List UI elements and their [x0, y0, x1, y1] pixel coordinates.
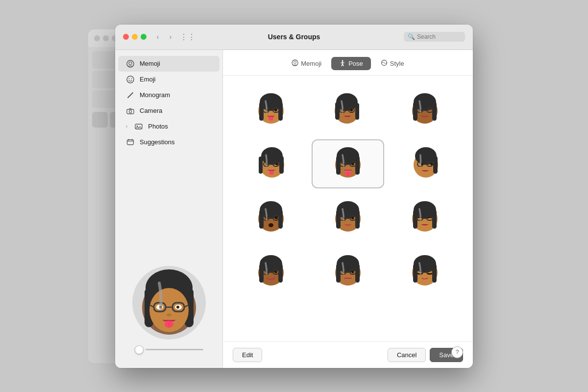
cancel-button[interactable]: Cancel	[388, 348, 426, 362]
emoji-icon	[126, 75, 135, 84]
pose-item-10[interactable]	[235, 247, 307, 296]
pose-emoji-1	[253, 91, 289, 129]
sidebar-item-emoji-label: Emoji	[140, 76, 156, 83]
svg-point-42	[274, 109, 277, 111]
right-panel: Memoji Pose	[223, 50, 473, 368]
tab-style[interactable]: Style	[373, 57, 412, 70]
svg-point-1	[129, 62, 132, 65]
svg-rect-6	[127, 109, 134, 114]
svg-line-5	[128, 93, 133, 98]
svg-point-124	[274, 271, 277, 273]
traffic-lights	[123, 34, 147, 40]
pose-item-2[interactable]	[312, 85, 384, 134]
help-button[interactable]: ?	[451, 346, 463, 358]
sidebar: Memoji Emoji	[115, 50, 223, 368]
sidebar-item-suggestions-label: Suggestions	[140, 138, 175, 146]
svg-point-27	[167, 314, 172, 316]
svg-point-2	[127, 76, 134, 83]
svg-point-69	[275, 163, 278, 165]
avatar-circle	[132, 266, 206, 340]
tab-memoji-label: Memoji	[301, 60, 321, 67]
maximize-button[interactable]	[141, 34, 147, 40]
pose-item-5[interactable]	[312, 139, 384, 188]
svg-point-79	[351, 163, 354, 165]
tab-pose[interactable]: Pose	[331, 57, 371, 70]
svg-rect-84	[433, 156, 438, 174]
pose-item-4[interactable]	[235, 139, 307, 188]
pose-emoji-4	[253, 145, 289, 183]
avatar-image	[132, 266, 206, 340]
svg-point-108	[351, 217, 354, 219]
pose-item-8[interactable]	[312, 193, 384, 242]
back-button[interactable]: ‹	[152, 31, 163, 42]
action-bar: Edit Cancel Save	[223, 341, 473, 368]
pose-grid	[223, 76, 473, 341]
pose-emoji-9	[407, 199, 442, 236]
monogram-icon	[126, 91, 135, 100]
sidebar-item-suggestions[interactable]: Suggestions	[118, 134, 220, 150]
close-button[interactable]	[123, 34, 129, 40]
slider-track	[146, 349, 203, 350]
tab-memoji[interactable]: Memoji	[284, 57, 329, 70]
sidebar-item-photos-label: Photos	[148, 123, 168, 130]
svg-point-70	[269, 171, 274, 175]
svg-point-43	[269, 117, 273, 121]
pose-item-1[interactable]	[235, 85, 307, 134]
minimize-button[interactable]	[132, 34, 138, 40]
sidebar-item-monogram[interactable]: Monogram	[118, 87, 220, 103]
sidebar-item-photos[interactable]: › Photos	[118, 119, 220, 134]
pose-item-9[interactable]	[389, 193, 461, 242]
pose-emoji-3	[407, 91, 442, 129]
bg-dot-1	[94, 35, 100, 41]
search-box[interactable]: 🔍	[404, 32, 465, 42]
pose-item-12[interactable]	[389, 247, 461, 296]
pose-item-7[interactable]	[235, 193, 307, 242]
pose-emoji-7	[253, 199, 289, 236]
sidebar-item-emoji[interactable]: Emoji	[118, 72, 220, 87]
window-body: Memoji Emoji	[115, 50, 473, 368]
tab-bar: Memoji Pose	[223, 50, 473, 76]
sidebar-item-memoji[interactable]: Memoji	[118, 56, 220, 72]
sidebar-item-camera[interactable]: Camera	[118, 103, 220, 119]
edit-button[interactable]: Edit	[233, 348, 262, 362]
photos-chevron-icon: ›	[126, 124, 127, 129]
tab-memoji-icon	[292, 59, 298, 68]
pose-emoji-5	[330, 145, 366, 183]
tab-style-icon	[381, 59, 388, 68]
avatar-section	[115, 258, 222, 362]
search-icon: 🔍	[408, 33, 415, 40]
pose-item-3[interactable]	[389, 85, 461, 134]
forward-button[interactable]: ›	[165, 31, 176, 42]
svg-point-133	[351, 271, 354, 273]
slider-thumb[interactable]	[135, 345, 144, 354]
search-input[interactable]	[417, 33, 461, 40]
svg-rect-92	[259, 210, 264, 229]
pose-emoji-10	[253, 253, 289, 290]
svg-rect-64	[279, 156, 284, 174]
svg-rect-93	[278, 210, 283, 229]
bg-icon-1	[92, 112, 108, 128]
size-slider[interactable]	[135, 345, 203, 354]
bg-dot-2	[103, 35, 109, 41]
pose-item-6[interactable]	[389, 139, 461, 188]
window-title: Users & Groups	[268, 33, 320, 41]
svg-rect-10	[127, 140, 134, 145]
svg-point-3	[129, 78, 130, 79]
svg-point-7	[129, 110, 132, 113]
svg-point-99	[269, 223, 273, 227]
pose-item-11[interactable]	[312, 247, 384, 296]
svg-rect-12	[132, 139, 133, 140]
tab-style-label: Style	[390, 60, 404, 67]
tab-pose-label: Pose	[348, 60, 363, 67]
pose-emoji-12	[407, 253, 442, 290]
svg-point-31	[294, 61, 296, 63]
svg-point-26	[176, 306, 179, 309]
svg-point-89	[431, 163, 433, 165]
svg-rect-63	[259, 157, 263, 174]
svg-point-32	[342, 60, 343, 61]
grid-icon: ⋮⋮	[180, 32, 196, 42]
pose-emoji-2	[330, 91, 366, 129]
svg-rect-47	[355, 103, 359, 120]
sidebar-item-camera-label: Camera	[140, 107, 162, 114]
svg-point-52	[350, 109, 353, 111]
